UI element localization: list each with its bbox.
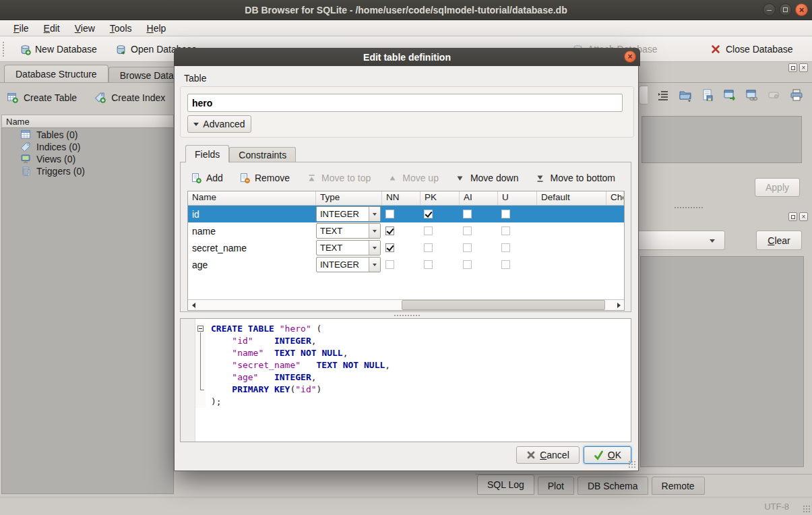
tab-plot[interactable]: Plot — [538, 477, 574, 495]
link-icon[interactable] — [745, 88, 759, 102]
column-header-default[interactable]: Default — [537, 191, 606, 205]
ai-checkbox[interactable] — [463, 210, 472, 218]
chevron-down-icon[interactable] — [369, 224, 380, 238]
field-name-cell[interactable]: age — [188, 260, 316, 270]
tree-item-views[interactable]: Views (0) — [1, 153, 174, 165]
fields-table-hscrollbar[interactable] — [188, 299, 624, 310]
menu-edit[interactable]: Edit — [37, 22, 67, 35]
column-header-name[interactable]: Name — [188, 191, 316, 205]
dialog-resize-grip[interactable] — [628, 460, 636, 468]
menu-help[interactable]: Help — [140, 22, 173, 35]
dock-splitter-handle[interactable] — [674, 206, 704, 209]
scroll-right-icon[interactable] — [613, 300, 624, 310]
dock-restore-icon[interactable] — [788, 63, 797, 72]
scrollbar-handle[interactable] — [402, 300, 604, 310]
field-name-cell[interactable]: name — [188, 226, 316, 237]
tree-item-indices[interactable]: Indices (0) — [1, 141, 174, 153]
pk-checkbox[interactable] — [424, 210, 433, 218]
u-checkbox[interactable] — [501, 260, 510, 269]
dock-close-icon[interactable]: × — [799, 212, 808, 221]
tree-item-tables[interactable]: Tables (0) — [1, 129, 174, 141]
type-combo[interactable]: TEXT — [316, 240, 381, 255]
print-icon[interactable] — [790, 88, 803, 102]
table-name-input[interactable] — [187, 94, 623, 112]
menu-view[interactable]: View — [68, 22, 102, 35]
move-down-button[interactable]: Move down — [455, 173, 519, 183]
u-checkbox[interactable] — [501, 226, 510, 235]
nn-checkbox[interactable] — [385, 243, 394, 252]
scroll-left-icon[interactable] — [188, 300, 199, 310]
create-index-button[interactable]: Create Index — [94, 92, 165, 104]
dock-restore-icon[interactable] — [788, 212, 797, 221]
scrollbar-track[interactable] — [199, 300, 613, 310]
menu-tools[interactable]: Tools — [103, 22, 139, 35]
indent-icon[interactable] — [656, 88, 670, 102]
dialog-splitter-handle[interactable] — [394, 314, 420, 317]
fold-margin[interactable] — [195, 323, 206, 335]
chevron-down-icon[interactable] — [369, 241, 380, 255]
column-header-check[interactable]: Check — [606, 191, 624, 205]
partial-button[interactable] — [639, 86, 648, 104]
remove-button[interactable]: Remove — [239, 173, 290, 183]
new-database-button[interactable]: New Database — [19, 41, 97, 57]
tab-remote[interactable]: Remote — [652, 477, 705, 495]
u-checkbox[interactable] — [501, 210, 510, 218]
close-icon[interactable]: × — [795, 3, 808, 16]
create-table-button[interactable]: Create Table — [7, 92, 77, 104]
chevron-down-icon[interactable] — [369, 258, 380, 272]
ok-button[interactable]: OK — [584, 446, 631, 464]
close-database-button[interactable]: Close Database — [710, 41, 793, 57]
ai-checkbox[interactable] — [463, 226, 472, 235]
export-icon[interactable] — [723, 88, 737, 102]
column-header-type[interactable]: Type — [316, 191, 382, 205]
add-button[interactable]: Add — [191, 173, 223, 183]
clear-button[interactable]: Clear — [756, 231, 802, 250]
apply-button[interactable]: Apply — [755, 178, 800, 197]
column-header-u[interactable]: U — [498, 191, 537, 205]
dialog-close-icon[interactable]: × — [624, 51, 636, 63]
remote-identity-combo[interactable] — [637, 231, 725, 250]
pk-checkbox[interactable] — [424, 260, 433, 269]
resize-grip[interactable] — [803, 505, 811, 513]
type-combo[interactable]: INTEGER — [316, 206, 381, 222]
tree-item-triggers[interactable]: Triggers (0) — [1, 165, 174, 177]
field-row-name[interactable]: nameTEXT — [188, 222, 624, 239]
minimize-icon[interactable]: – — [763, 3, 776, 16]
ai-checkbox[interactable] — [463, 260, 472, 269]
field-name-cell[interactable]: secret_name — [188, 243, 316, 253]
nn-checkbox[interactable] — [385, 210, 394, 218]
nn-checkbox[interactable] — [385, 226, 394, 235]
column-header-pk[interactable]: PK — [420, 191, 460, 205]
dock-close-icon[interactable]: × — [799, 63, 808, 72]
field-name-cell[interactable]: id — [188, 209, 316, 220]
move-to-bottom-button[interactable]: Move to bottom — [535, 173, 616, 183]
tab-sql-log[interactable]: SQL Log — [477, 475, 534, 495]
tab-db-schema[interactable]: DB Schema — [577, 477, 648, 495]
toolbar-handle[interactable] — [2, 41, 5, 57]
schema-tree-header[interactable]: Name — [1, 115, 174, 128]
advanced-button[interactable]: Advanced — [187, 115, 251, 133]
column-header-ai[interactable]: AI — [460, 191, 498, 205]
open-sql-icon[interactable] — [679, 88, 692, 102]
null-icon[interactable] — [768, 88, 781, 102]
cancel-button[interactable]: Cancel — [516, 446, 580, 464]
u-checkbox[interactable] — [501, 243, 510, 252]
field-row-id[interactable]: idINTEGER — [188, 206, 624, 222]
chevron-down-icon[interactable] — [369, 207, 380, 221]
nn-checkbox[interactable] — [385, 260, 394, 269]
type-combo[interactable]: TEXT — [316, 223, 381, 239]
maximize-icon[interactable] — [779, 3, 792, 16]
ai-checkbox[interactable] — [463, 243, 472, 252]
tab-database-structure[interactable]: Database Structure — [4, 65, 108, 83]
pk-checkbox[interactable] — [424, 226, 433, 235]
dialog-tab-fields[interactable]: Fields — [185, 145, 229, 162]
dialog-tab-constraints[interactable]: Constraints — [229, 147, 296, 162]
field-row-secret_name[interactable]: secret_nameTEXT — [188, 239, 624, 256]
menu-file[interactable]: File — [7, 22, 36, 35]
field-row-age[interactable]: ageINTEGER — [188, 256, 624, 273]
sql-preview: 1CREATE TABLE "hero" (2 "id" INTEGER,3 "… — [180, 318, 631, 442]
save-sql-icon[interactable] — [701, 88, 714, 102]
column-header-nn[interactable]: NN — [382, 191, 420, 205]
type-combo[interactable]: INTEGER — [316, 257, 381, 272]
pk-checkbox[interactable] — [424, 243, 433, 252]
